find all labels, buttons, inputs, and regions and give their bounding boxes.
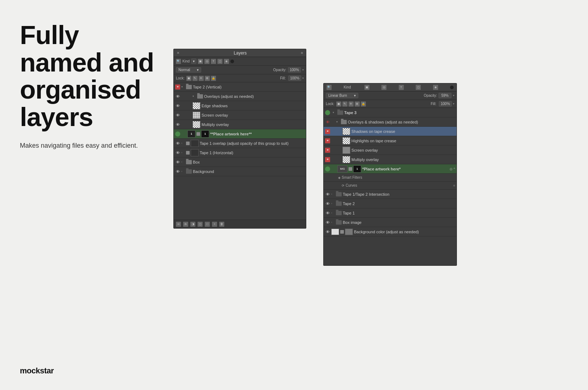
smart-icon-lg[interactable]: ◈ (433, 85, 438, 90)
curves-adjust-icon[interactable]: ≡ (453, 184, 455, 187)
layer-name: Overlays (adjust as needed) (204, 94, 304, 99)
shape-icon-lg[interactable]: ◻ (416, 85, 421, 90)
blend-mode-dropdown[interactable]: Normal ▾ (176, 67, 201, 73)
visibility-eye[interactable]: 👁 (325, 129, 330, 134)
search-icon-lg[interactable]: 🔍 (327, 85, 332, 90)
type-icon[interactable]: T (211, 59, 216, 64)
layer-row-edge-shadows[interactable]: 👁 Edge shadows (174, 101, 306, 110)
opacity-input[interactable]: 100% (288, 67, 301, 73)
visibility-eye[interactable]: 👁 (325, 229, 330, 234)
layer-row-multiply-lg[interactable]: 👁 Multiply overlay (324, 155, 457, 164)
expand-chevron[interactable]: › (181, 170, 185, 173)
folder-icon (337, 110, 343, 115)
type-icon-lg[interactable]: T (399, 85, 404, 90)
expand-chevron[interactable]: ▾ (333, 111, 336, 114)
layer-row-box[interactable]: 👁 › Box (174, 157, 306, 167)
layer-name: Box (193, 160, 304, 164)
expand-chevron[interactable]: › (181, 142, 185, 145)
layer-row-background[interactable]: 👁 › Background (174, 167, 306, 176)
expand-chevron[interactable]: ▾ (193, 95, 196, 98)
delete-icon[interactable]: 🗑 (219, 222, 224, 227)
layer-row-screen-overlay-lg[interactable]: 👁 Screen overlay (324, 146, 457, 155)
blend-mode-dropdown-lg[interactable]: Linear Burn ▾ (326, 93, 358, 98)
layer-row-tape3[interactable]: ▾ Tape 3 (324, 108, 457, 117)
visibility-eye[interactable]: 👁 (175, 141, 180, 146)
visibility-eye[interactable]: 👁 (325, 211, 330, 216)
expand-chevron[interactable]: › (331, 202, 335, 205)
lock-pixel-icon[interactable]: ▣ (186, 76, 191, 81)
smart-icon[interactable]: ◈ (224, 59, 229, 64)
fill-input-lg[interactable]: 100% (439, 101, 452, 107)
visibility-eye[interactable]: 👁 (325, 192, 330, 197)
new-fill-icon[interactable]: ◑ (190, 222, 195, 227)
layer-row-shadows-crease[interactable]: 👁 Shadows on tape crease (324, 127, 457, 136)
link-icon[interactable]: ∞ (176, 222, 181, 227)
lock-pixel-icon-lg[interactable]: ▣ (336, 101, 341, 107)
fill-input[interactable]: 100% (288, 75, 301, 81)
layer-row-tape1-lg[interactable]: 👁 › Tape 1 (324, 208, 457, 218)
search-icon[interactable]: 🔍 (176, 59, 181, 64)
visibility-eye[interactable]: 👁 (325, 120, 330, 125)
expand-chevron[interactable]: › (181, 160, 185, 164)
layer-row-intersection[interactable]: 👁 › Tape 1/Tape 2 Intersection (324, 190, 457, 199)
group-icon[interactable]: □ (205, 222, 210, 227)
lock-all-icon-lg[interactable]: 🔒 (361, 101, 366, 107)
visibility-eye[interactable]: 👁 (175, 122, 180, 127)
visibility-eye[interactable]: 👁 (175, 94, 180, 99)
adj-icon-lg[interactable]: ◎ (381, 85, 386, 90)
panel-menu-icon[interactable]: ≡ (301, 51, 303, 55)
expand-chevron[interactable]: › (331, 192, 335, 196)
lock-move-icon-lg[interactable]: ✛ (349, 101, 354, 107)
lock-brush-icon-lg[interactable]: ✎ (342, 101, 347, 107)
pixel-icon-lg[interactable]: ▣ (364, 85, 369, 90)
visibility-eye[interactable]: 👁 (325, 157, 330, 162)
visibility-eye[interactable]: 👁 (175, 150, 180, 155)
layer-row-overlays-shadows[interactable]: 👁 ▾ Overlays & shadows (adjust as needed… (324, 117, 457, 127)
layer-row-highlights-crease[interactable]: 👁 Highlights on tape crease (324, 136, 457, 146)
adjustment-icon[interactable]: ◎ (204, 59, 209, 64)
shape-icon[interactable]: ◻ (217, 59, 222, 64)
mask-icon[interactable]: ◻ (198, 222, 203, 227)
expand-chevron[interactable]: › (331, 221, 335, 224)
pixel-icon[interactable]: ▣ (198, 59, 203, 64)
layer-row-tape1-overlap[interactable]: 👁 › Tape 1 overlap (adjust opacity of th… (174, 139, 306, 148)
layer-row-tape2-lg[interactable]: 👁 › Tape 2 (324, 199, 457, 208)
visibility-eye[interactable]: 👁 (325, 201, 330, 206)
opacity-input-lg[interactable]: 59% (438, 93, 451, 98)
expand-chevron[interactable]: ▾ (336, 120, 340, 124)
visibility-eye[interactable]: 👁 (175, 160, 180, 165)
lock-artboard-icon[interactable]: ⊞ (205, 76, 210, 81)
visibility-eye[interactable]: 👁 (175, 169, 180, 174)
lock-all-icon[interactable]: 🔒 (211, 76, 216, 81)
layer-row-multiply[interactable]: 👁 Multiply overlay (174, 120, 306, 129)
kind-dropdown[interactable]: ▾ (191, 58, 196, 64)
layer-row-tape2[interactable]: 👁 ▾ Tape 2 (Vertical) (174, 82, 306, 92)
visibility-eye[interactable]: 👁 (325, 148, 330, 153)
layer-row-box-image[interactable]: 👁 › Box image (324, 218, 457, 227)
green-indicator (325, 110, 330, 115)
visibility-eye[interactable]: 👁 (325, 138, 330, 143)
expand-chevron[interactable]: › (181, 151, 185, 154)
lock-brush-icon[interactable]: ✎ (193, 76, 198, 81)
layer-row-artwork-lg[interactable]: IMG 1 *Place artwork here* ◎ ^ (324, 164, 457, 174)
close-icon[interactable]: ✕ (177, 51, 180, 55)
visibility-eye[interactable]: 👁 (175, 103, 180, 108)
expand-chevron[interactable]: › (331, 211, 335, 214)
visibility-eye[interactable]: 👁 (325, 220, 330, 225)
expand-chevron[interactable]: ▾ (181, 85, 185, 88)
layer-row-overlays[interactable]: 👁 ▾ Overlays (adjust as needed) (174, 92, 306, 101)
new-layer-icon[interactable]: + (212, 222, 217, 227)
fx-icon[interactable]: fx (183, 222, 188, 227)
filter-icon: ◈ (338, 176, 341, 179)
panel-bottom-bar: ∞ fx ◑ ◻ □ + 🗑 (174, 220, 306, 228)
layer-row-bg-color[interactable]: 👁 Background color (adjust as needed) (324, 227, 457, 237)
layer-row-artwork[interactable]: 1 1 **Place artwork here** (174, 129, 306, 139)
layer-name: Overlays & shadows (adjust as needed) (348, 120, 455, 124)
lock-move-icon[interactable]: ✛ (199, 76, 204, 81)
layer-row-screen-overlay[interactable]: 👁 Screen overlay (174, 110, 306, 120)
layer-row-tape1-h[interactable]: 👁 › Tape 1 (Horizontal) (174, 148, 306, 157)
lock-artboard-icon-lg[interactable]: ⊞ (355, 101, 360, 107)
curves-row[interactable]: ⟳ Curves ≡ (324, 182, 457, 190)
visibility-eye[interactable]: 👁 (175, 84, 180, 90)
visibility-eye[interactable]: 👁 (175, 113, 180, 118)
